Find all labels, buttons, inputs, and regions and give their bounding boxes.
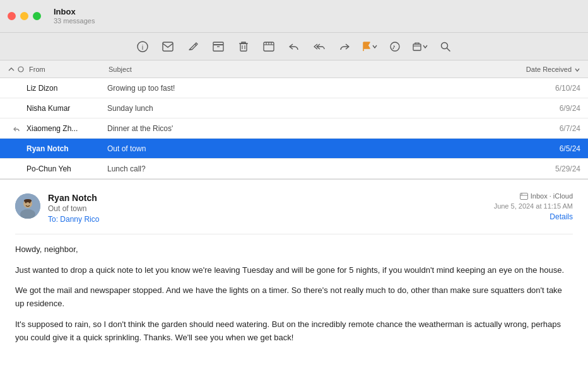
- compose-button[interactable]: [183, 37, 203, 57]
- svg-rect-4: [213, 45, 223, 51]
- search-button[interactable]: [435, 37, 456, 57]
- replied-icon: [13, 124, 21, 132]
- message-rows: Liz DizonGrowing up too fast!6/10/24Nish…: [0, 78, 588, 179]
- details-link[interactable]: Details: [550, 212, 573, 221]
- inbox-tag: Inbox · iCloud: [520, 192, 573, 200]
- svg-rect-24: [24, 199, 32, 202]
- svg-line-3: [195, 44, 196, 45]
- archive-button[interactable]: [208, 37, 228, 57]
- body-paragraph: It's supposed to rain, so I don't think …: [15, 318, 573, 345]
- maximize-button[interactable]: [33, 12, 41, 20]
- new-message-button[interactable]: [158, 37, 178, 57]
- detail-subject: Out of town: [48, 204, 494, 214]
- content-area: From Subject Date Received Liz DizonGrow…: [0, 60, 588, 368]
- svg-text:i: i: [142, 43, 143, 50]
- to-recipient: Danny Rico: [60, 215, 99, 224]
- message-date: 5/29/24: [530, 164, 580, 173]
- body-paragraph: Just wanted to drop a quick note to let …: [15, 264, 573, 277]
- message-from: Ryan Notch: [26, 144, 102, 153]
- message-subject: Growing up too fast!: [102, 84, 530, 93]
- detail-divider: [15, 234, 573, 234]
- window-subtitle: 33 messages: [54, 17, 95, 25]
- sort-controls[interactable]: [8, 66, 26, 73]
- reply-all-button[interactable]: [309, 37, 329, 57]
- junk-button[interactable]: [259, 37, 279, 57]
- close-button[interactable]: [8, 12, 16, 20]
- avatar: [15, 193, 40, 219]
- message-row[interactable]: Nisha KumarSunday lunch6/9/24: [0, 98, 588, 118]
- detail-meta: Ryan Notch Out of town To: Danny Rico: [48, 192, 494, 225]
- trash-button[interactable]: [233, 37, 254, 57]
- svg-rect-7: [240, 43, 247, 51]
- message-from: Liz Dizon: [26, 84, 102, 93]
- sender-name: Ryan Notch: [48, 192, 494, 204]
- list-header: From Subject Date Received: [0, 60, 588, 78]
- detail-to: To: Danny Rico: [48, 214, 494, 225]
- forward-button[interactable]: [334, 37, 355, 57]
- avatar-image: [15, 193, 40, 219]
- message-subject: Out of town: [102, 144, 530, 153]
- from-column-header: From: [26, 66, 109, 73]
- message-from: Xiaomeng Zh...: [26, 124, 102, 133]
- message-subject: Lunch call?: [102, 164, 530, 173]
- detail-pane: Ryan Notch Out of town To: Danny Rico In…: [0, 180, 588, 368]
- message-date: 6/5/24: [530, 144, 580, 153]
- unread-sort-icon: [18, 66, 24, 72]
- message-from: Nisha Kumar: [26, 104, 102, 113]
- message-subject: Sunday lunch: [102, 104, 530, 113]
- message-from: Po-Chun Yeh: [26, 164, 102, 173]
- titlebar: Inbox 33 messages: [0, 0, 588, 33]
- toolbar: i: [0, 33, 588, 60]
- svg-point-18: [18, 67, 23, 72]
- message-list: From Subject Date Received Liz DizonGrow…: [0, 60, 588, 180]
- svg-rect-25: [520, 193, 527, 199]
- reply-button[interactable]: [284, 37, 304, 57]
- minimize-button[interactable]: [20, 12, 28, 20]
- message-row[interactable]: Po-Chun YehLunch call?5/29/24: [0, 159, 588, 179]
- date-sort-icon: [574, 66, 580, 72]
- detail-date: June 5, 2024 at 11:15 AM: [494, 202, 573, 210]
- message-date: 6/7/24: [530, 124, 580, 133]
- body-paragraph: Howdy, neighbor,: [15, 243, 573, 256]
- window-controls: [8, 12, 41, 20]
- detail-body: Howdy, neighbor,Just wanted to drop a qu…: [15, 243, 573, 345]
- move-button[interactable]: [410, 37, 430, 57]
- window-title: Inbox: [54, 7, 95, 17]
- body-paragraph: We got the mail and newspaper stopped. A…: [15, 284, 573, 311]
- get-info-button[interactable]: i: [132, 37, 153, 57]
- svg-line-17: [447, 48, 450, 51]
- mailbox-tag-icon: [520, 193, 528, 200]
- subject-column-header: Subject: [109, 66, 479, 73]
- svg-rect-5: [213, 42, 223, 45]
- message-date: 6/9/24: [530, 104, 580, 113]
- svg-rect-15: [413, 44, 421, 50]
- message-subject: Dinner at the Ricos': [102, 124, 530, 133]
- message-indicators: [8, 124, 26, 132]
- detail-right-meta: Inbox · iCloud June 5, 2024 at 11:15 AM …: [494, 192, 573, 221]
- detail-header: Ryan Notch Out of town To: Danny Rico In…: [15, 192, 573, 225]
- sort-icon: [8, 66, 15, 73]
- flag-button[interactable]: [360, 37, 380, 57]
- title-info: Inbox 33 messages: [54, 7, 95, 25]
- message-row[interactable]: Liz DizonGrowing up too fast!6/10/24: [0, 78, 588, 98]
- svg-rect-2: [163, 42, 173, 51]
- message-date: 6/10/24: [530, 84, 580, 93]
- mute-button[interactable]: [385, 37, 405, 57]
- message-row[interactable]: Xiaomeng Zh...Dinner at the Ricos'6/7/24: [0, 118, 588, 139]
- date-column-header: Date Received: [479, 66, 580, 73]
- message-row[interactable]: Ryan NotchOut of town6/5/24: [0, 139, 588, 159]
